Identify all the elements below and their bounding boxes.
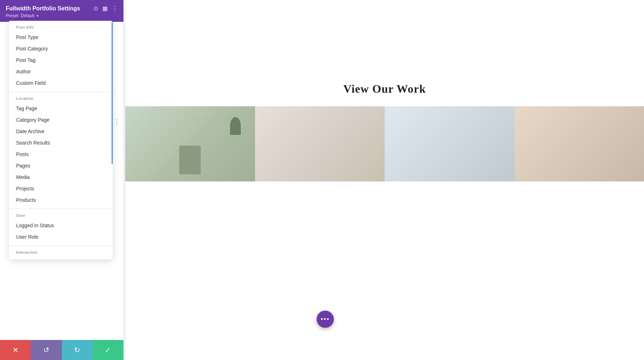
menu-item-posts[interactable]: Posts bbox=[9, 149, 113, 160]
save-icon: ✓ bbox=[105, 346, 111, 354]
dots-sidebar-btn[interactable]: ⋮ bbox=[114, 118, 120, 126]
menu-item-post-tag[interactable]: Post Tag bbox=[9, 54, 113, 66]
preset-value[interactable]: Default bbox=[21, 13, 34, 18]
menu-item-logged-in-status[interactable]: Logged In Status bbox=[9, 220, 113, 231]
menu-item-search-results[interactable]: Search Results bbox=[9, 137, 113, 149]
top-bar: Fullwidth Portfolio Settings ⊙ ▦ ⋮ Prese… bbox=[0, 0, 123, 22]
redo-button[interactable]: ↻ bbox=[62, 340, 93, 360]
preset-row: Preset: Default ▼ bbox=[6, 13, 118, 18]
preset-arrow-icon: ▼ bbox=[36, 14, 39, 18]
menu-item-media[interactable]: Media bbox=[9, 171, 113, 183]
menu-item-author[interactable]: Author bbox=[9, 66, 113, 77]
save-button[interactable]: ✓ bbox=[93, 340, 123, 360]
portfolio-image-3 bbox=[385, 106, 514, 181]
dropdown-menu: Post Info Post Type Post Category Post T… bbox=[9, 21, 113, 259]
menu-item-post-type[interactable]: Post Type bbox=[9, 31, 113, 43]
layout-icon[interactable]: ▦ bbox=[102, 5, 108, 12]
interaction-section: Interaction bbox=[9, 245, 113, 259]
menu-item-projects[interactable]: Projects bbox=[9, 183, 113, 194]
preview-area: View Our Work bbox=[125, 0, 644, 360]
image-strip bbox=[125, 106, 644, 181]
scroll-indicator bbox=[112, 21, 113, 164]
close-button[interactable]: ✕ bbox=[0, 340, 31, 360]
post-info-section: Post Info Post Type Post Category Post T… bbox=[9, 21, 113, 92]
user-section: User Logged In Status User Role bbox=[9, 209, 113, 245]
undo-icon: ↺ bbox=[43, 346, 49, 354]
portfolio-image-2 bbox=[255, 106, 385, 181]
more-icon[interactable]: ⋮ bbox=[112, 5, 118, 12]
menu-item-date-archive[interactable]: Date Archive bbox=[9, 126, 113, 137]
top-bar-icons: ⊙ ▦ ⋮ bbox=[93, 5, 118, 12]
preset-label: Preset: bbox=[6, 13, 19, 18]
preview-title: View Our Work bbox=[343, 82, 426, 96]
sidebar: Fullwidth Portfolio Settings ⊙ ▦ ⋮ Prese… bbox=[0, 0, 123, 360]
floating-dots-icon: ••• bbox=[321, 316, 330, 323]
menu-item-pages[interactable]: Pages bbox=[9, 160, 113, 171]
floating-action-button[interactable]: ••• bbox=[317, 311, 334, 328]
sidebar-title: Fullwidth Portfolio Settings bbox=[6, 5, 80, 12]
location-section: Location Tag Page Category Page Date Arc… bbox=[9, 92, 113, 209]
post-info-label: Post Info bbox=[9, 25, 113, 31]
menu-item-user-role[interactable]: User Role bbox=[9, 231, 113, 243]
settings-icon[interactable]: ⊙ bbox=[93, 5, 98, 12]
close-icon: ✕ bbox=[13, 346, 19, 354]
bottom-toolbar: ✕ ↺ ↻ ✓ bbox=[0, 340, 123, 360]
menu-item-category-page[interactable]: Category Page bbox=[9, 114, 113, 126]
menu-item-post-category[interactable]: Post Category bbox=[9, 43, 113, 54]
main-content: View Our Work Fullwidth Portfolio Settin… bbox=[0, 0, 644, 360]
interaction-label: Interaction bbox=[9, 250, 113, 257]
portfolio-image-4 bbox=[514, 106, 644, 181]
location-label: Location bbox=[9, 96, 113, 103]
portfolio-image-1 bbox=[125, 106, 255, 181]
menu-item-tag-page[interactable]: Tag Page bbox=[9, 103, 113, 114]
redo-icon: ↻ bbox=[74, 346, 80, 354]
top-bar-title-row: Fullwidth Portfolio Settings ⊙ ▦ ⋮ bbox=[6, 5, 118, 12]
user-label: User bbox=[9, 213, 113, 220]
menu-item-products[interactable]: Products bbox=[9, 194, 113, 206]
undo-button[interactable]: ↺ bbox=[31, 340, 62, 360]
menu-item-custom-field[interactable]: Custom Field bbox=[9, 77, 113, 89]
